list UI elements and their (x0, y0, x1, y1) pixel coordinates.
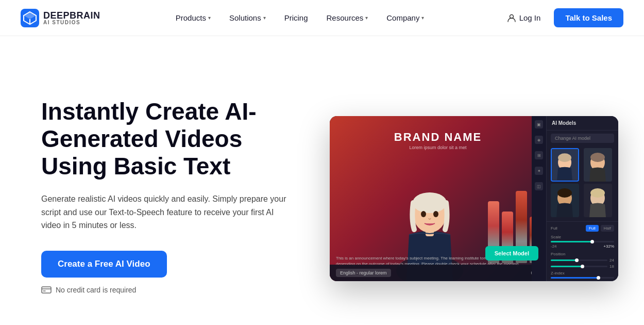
svg-point-16 (558, 153, 571, 162)
logo-sub: AI STUDIOS (43, 20, 100, 25)
full-option[interactable]: Full (586, 225, 599, 232)
model-thumb-4[interactable] (584, 184, 612, 217)
credit-card-icon (41, 286, 52, 294)
mockup-bottom-bar: English - regular lorem 0:34 (330, 265, 546, 281)
scale-slider[interactable] (551, 241, 614, 242)
svg-point-22 (557, 188, 572, 198)
hero-description: Generate realistic AI videos quickly and… (41, 192, 289, 232)
full-control-row: Full Full Half (551, 225, 614, 232)
svg-point-11 (413, 192, 447, 213)
panel-controls: Full Full Half Scale -24 +32% (547, 221, 618, 281)
svg-point-25 (590, 188, 605, 198)
chevron-down-icon: ▾ (421, 15, 424, 21)
model-grid (547, 146, 618, 219)
chevron-down-icon: ▾ (208, 15, 211, 21)
hero-right: BRAND NAME Lorem ipsum dolor sit a met (330, 111, 618, 281)
half-option[interactable]: Half (601, 225, 614, 232)
nav-item-pricing[interactable]: Pricing (277, 9, 315, 26)
svg-point-13 (433, 211, 438, 217)
hero-left: Instantly Create AI-Generated Videos Usi… (41, 98, 299, 294)
select-model-button[interactable]: Select Model (485, 246, 538, 261)
position-y-slider[interactable] (551, 266, 607, 267)
strip-icon-4[interactable]: ✦ (535, 167, 543, 175)
strip-icon-2[interactable]: ◈ (535, 136, 543, 144)
navbar: DEEPBRAIN AI STUDIOS Products ▾ Solution… (0, 0, 644, 36)
no-credit-card-notice: No credit card is required (41, 286, 299, 294)
svg-point-19 (590, 153, 605, 162)
mockup-right-panel: AI Models Change AI model (546, 116, 618, 281)
model-thumb-2[interactable] (584, 148, 612, 182)
scale-label: Scale (551, 235, 614, 239)
z-index-slider[interactable] (551, 277, 614, 279)
logo-icon (21, 9, 39, 27)
nav-item-resources[interactable]: Resources ▾ (319, 9, 376, 26)
chevron-down-icon: ▾ (365, 15, 368, 21)
strip-icon-5[interactable]: ◫ (535, 182, 543, 190)
nav-item-products[interactable]: Products ▾ (168, 9, 218, 26)
model-face-1 (552, 149, 578, 180)
position-label: Position (551, 252, 614, 256)
svg-rect-5 (42, 287, 51, 293)
user-icon (507, 13, 516, 23)
model-thumb-1[interactable] (551, 148, 579, 182)
language-badge: English - regular lorem (336, 269, 391, 277)
position-x-slider[interactable] (551, 259, 607, 261)
create-free-video-button[interactable]: Create a Free AI Video (41, 251, 167, 278)
product-mockup: BRAND NAME Lorem ipsum dolor sit a met (330, 116, 618, 281)
model-face-4 (584, 184, 612, 217)
chevron-down-icon: ▾ (263, 15, 266, 21)
talk-to-sales-button[interactable]: Talk to Sales (554, 8, 623, 27)
panel-search: Change AI model (551, 134, 614, 143)
login-button[interactable]: Log In (500, 9, 548, 27)
strip-icon-1[interactable]: ▣ (535, 120, 543, 128)
brand-name-overlay: BRAND NAME Lorem ipsum dolor sit a met (394, 131, 482, 150)
logo[interactable]: DEEPBRAIN AI STUDIOS (21, 9, 100, 27)
panel-title: AI Models (547, 116, 618, 131)
hero-section: Instantly Create AI-Generated Videos Usi… (0, 36, 644, 325)
model-thumb-3[interactable] (551, 184, 579, 217)
nav-item-company[interactable]: Company ▾ (379, 9, 431, 26)
nav-item-solutions[interactable]: Solutions ▾ (222, 9, 273, 26)
strip-icon-3[interactable]: ⊞ (535, 151, 543, 159)
z-index-label: Z-index (551, 271, 614, 275)
model-face-2 (584, 148, 612, 182)
nav-right: Log In Talk to Sales (500, 8, 623, 27)
logo-deepbrain: DEEPBRAIN (43, 11, 100, 20)
hero-title: Instantly Create AI-Generated Videos Usi… (41, 98, 299, 180)
nav-links: Products ▾ Solutions ▾ Pricing Resources… (168, 9, 432, 26)
logo-text: DEEPBRAIN AI STUDIOS (43, 11, 100, 25)
model-face-3 (551, 184, 579, 217)
svg-point-12 (421, 211, 426, 217)
